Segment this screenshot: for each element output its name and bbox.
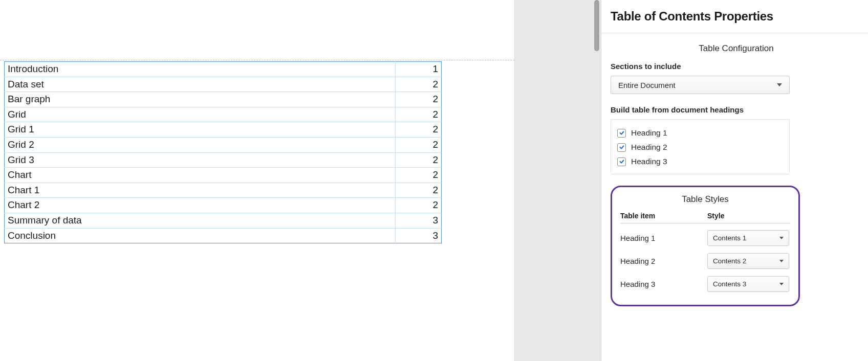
chevron-down-icon: [779, 260, 784, 262]
toc-row[interactable]: Chart 12: [5, 183, 442, 198]
style-item-label: Heading 3: [620, 280, 707, 288]
checkbox-label: Heading 1: [631, 128, 667, 138]
style-mapping-row: Heading 3Contents 3: [620, 273, 790, 296]
toc-row[interactable]: Bar graph2: [5, 92, 442, 107]
toc-entry-title: Grid: [5, 107, 396, 122]
document-canvas: Introduction1Data set2Bar graph2Grid2Gri…: [0, 0, 514, 361]
toc-entry-title: Chart: [5, 168, 396, 183]
checkmark-icon: [619, 130, 624, 136]
toc-entry-title: Data set: [5, 77, 396, 92]
checkbox-label: Heading 2: [631, 143, 667, 152]
toc-row[interactable]: Grid 32: [5, 152, 442, 168]
style-select[interactable]: Contents 2: [707, 253, 789, 269]
toc-row[interactable]: Data set2: [5, 77, 442, 92]
toc-entry-page: 3: [396, 228, 442, 243]
checkbox[interactable]: [617, 157, 626, 166]
toc-entry-title: Grid 3: [5, 152, 396, 168]
toc-entry-page: 2: [396, 137, 442, 152]
style-select-value: Contents 3: [713, 280, 746, 288]
toc-entry-page: 2: [396, 92, 442, 107]
style-mapping-row: Heading 2Contents 2: [620, 250, 790, 273]
heading-checkbox-row[interactable]: Heading 3: [617, 154, 783, 169]
style-item-label: Heading 1: [620, 234, 707, 242]
sections-include-label: Sections to include: [611, 62, 862, 71]
toc-entry-title: Grid 2: [5, 137, 396, 152]
toc-entry-page: 2: [396, 107, 442, 122]
toc-row[interactable]: Grid 12: [5, 122, 442, 138]
toc-entry-title: Grid 1: [5, 122, 396, 138]
section-title-config: Table Configuration: [611, 43, 862, 54]
checkmark-icon: [619, 145, 624, 150]
style-select[interactable]: Contents 3: [707, 276, 789, 292]
chevron-down-icon: [777, 83, 782, 86]
toc-row[interactable]: Conclusion3: [5, 228, 442, 243]
style-mapping-row: Heading 1Contents 1: [620, 227, 790, 250]
chevron-down-icon: [779, 283, 784, 285]
toc-row[interactable]: Introduction1: [5, 62, 442, 77]
styles-header-item: Table item: [620, 212, 707, 220]
checkmark-icon: [619, 159, 624, 164]
heading-checkbox-row[interactable]: Heading 1: [617, 126, 783, 140]
toc-row[interactable]: Chart 22: [5, 198, 442, 213]
panel-divider: [601, 33, 868, 33]
toc-table[interactable]: Introduction1Data set2Bar graph2Grid2Gri…: [4, 61, 442, 243]
styles-header-row: Table item Style: [620, 212, 790, 223]
style-select[interactable]: Contents 1: [707, 230, 789, 246]
toc-row[interactable]: Chart2: [5, 168, 442, 183]
checkbox[interactable]: [617, 129, 626, 138]
toc-entry-page: 2: [396, 152, 442, 168]
panel-title: Table of Contents Properties: [611, 9, 862, 33]
style-item-label: Heading 2: [620, 257, 707, 265]
headings-checklist: Heading 1Heading 2Heading 3: [611, 119, 790, 174]
style-select-value: Contents 1: [713, 234, 746, 242]
toc-row[interactable]: Summary of data3: [5, 213, 442, 228]
properties-panel: Table of Contents Properties Table Confi…: [601, 0, 868, 361]
toc-entry-page: 3: [396, 213, 442, 228]
sections-include-select[interactable]: Entire Document: [611, 76, 790, 94]
toc-entry-page: 2: [396, 77, 442, 92]
toc-entry-page: 1: [396, 62, 442, 77]
toc-row[interactable]: Grid 22: [5, 137, 442, 152]
toc-entry-title: Bar graph: [5, 92, 396, 107]
toc-entry-page: 2: [396, 122, 442, 138]
toc-row[interactable]: Grid2: [5, 107, 442, 122]
toc-entry-title: Chart 2: [5, 198, 396, 213]
sections-include-value: Entire Document: [618, 81, 676, 89]
toc-entry-title: Summary of data: [5, 213, 396, 228]
section-title-styles: Table Styles: [620, 194, 790, 205]
chevron-down-icon: [779, 237, 784, 239]
toc-entry-title: Chart 1: [5, 183, 396, 198]
style-select-value: Contents 2: [713, 257, 746, 265]
table-styles-box: Table Styles Table item Style Heading 1C…: [611, 186, 800, 306]
build-from-headings-label: Build table from document headings: [611, 105, 862, 114]
checkbox[interactable]: [617, 143, 626, 152]
toc-entry-page: 2: [396, 198, 442, 213]
heading-checkbox-row[interactable]: Heading 2: [617, 140, 783, 154]
scrollbar-handle[interactable]: [594, 0, 599, 51]
checkbox-label: Heading 3: [631, 157, 667, 166]
toc-entry-page: 2: [396, 168, 442, 183]
scroll-gutter: [514, 0, 601, 361]
toc-entry-title: Conclusion: [5, 228, 396, 243]
styles-header-style: Style: [707, 212, 790, 220]
toc-entry-title: Introduction: [5, 62, 396, 77]
toc-entry-page: 2: [396, 183, 442, 198]
page-break-indicator: [0, 60, 514, 60]
